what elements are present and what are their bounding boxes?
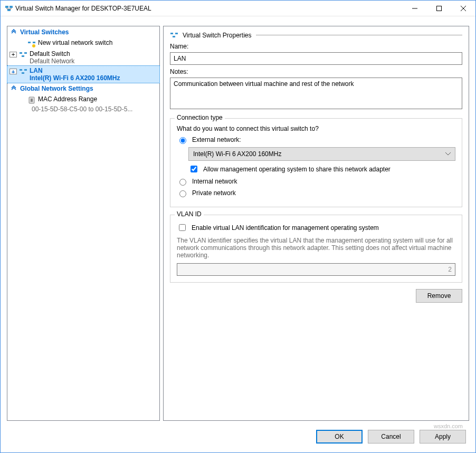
vlan-enable-label: Enable virtual LAN identification for ma… [192,224,379,232]
svg-rect-10 [20,52,22,54]
chevron-down-icon [445,152,451,156]
notes-input[interactable] [170,78,462,109]
sidebar: Virtual Switches New virtual network swi… [7,26,160,421]
virtual-switches-header[interactable]: Virtual Switches [7,26,159,38]
svg-rect-2 [7,9,11,11]
default-switch-label: Default Switch [30,50,74,57]
svg-rect-13 [20,69,22,71]
lan-switch[interactable]: + LAN Intel(R) Wi-Fi 6 AX200 160MHz [7,65,160,83]
notes-label: Notes: [170,68,462,75]
adapter-select[interactable]: Intel(R) Wi-Fi 6 AX200 160MHz [188,147,455,161]
switch-new-icon [27,40,36,48]
allow-share-checkbox[interactable]: Allow management operating system to sha… [188,164,455,174]
external-radio-input[interactable] [179,137,186,144]
svg-rect-0 [5,6,8,8]
svg-rect-20 [173,36,175,37]
svg-rect-15 [22,72,24,74]
mac-address-sub: 00-15-5D-58-C5-00 to 00-15-5D-5... [7,105,145,113]
vlan-group: VLAN ID Enable virtual LAN identificatio… [170,215,462,283]
external-network-radio[interactable]: External network: [177,136,455,144]
internal-label: Internal network [192,178,237,185]
watermark: wsxdn.com [434,423,463,429]
collapse-icon [11,29,17,35]
vlan-enable-checkbox[interactable]: Enable virtual LAN identification for ma… [177,223,455,233]
vlan-enable-input[interactable] [179,224,186,231]
svg-rect-19 [175,33,178,34]
default-switch-sub: Default Network [30,57,74,65]
private-radio-input[interactable] [179,190,186,197]
svg-rect-11 [24,52,27,54]
connection-type-legend: Connection type [175,114,225,121]
apply-button[interactable]: Apply [420,430,466,444]
window-frame: Virtual Switch Manager for DESKTOP-3E7UE… [0,0,476,453]
new-virtual-switch[interactable]: New virtual network switch [7,38,159,49]
allow-share-input[interactable] [191,166,197,172]
connection-type-group: Connection type What do you want to conn… [170,118,462,207]
svg-rect-17 [31,99,33,102]
dialog-footer: OK Cancel Apply [1,427,475,452]
mac-address-range[interactable]: MAC Address Range [7,94,159,105]
allow-share-label: Allow management operating system to sha… [203,166,391,173]
svg-rect-18 [170,33,173,34]
expand-icon[interactable]: + [9,52,17,57]
connection-prompt: What do you want to connect this virtual… [177,125,455,132]
expand-icon[interactable]: + [9,69,17,74]
vlan-description: The VLAN identifier specifies the virtua… [177,237,455,259]
svg-rect-12 [22,55,24,57]
nic-icon [27,96,36,104]
name-input[interactable] [170,52,462,65]
ok-button[interactable]: OK [316,430,363,444]
global-settings-header[interactable]: Global Network Settings [7,83,159,94]
internal-network-radio[interactable]: Internal network [177,177,455,186]
lan-switch-sub: Intel(R) Wi-Fi 6 AX200 160MHz [30,74,120,82]
cancel-button[interactable]: Cancel [368,430,414,444]
close-button[interactable] [451,1,475,16]
virtual-switches-label: Virtual Switches [20,28,69,36]
switch-icon [19,68,27,76]
private-label: Private network [192,189,236,197]
svg-rect-1 [9,6,13,8]
window-title: Virtual Switch Manager for DESKTOP-3E7UE… [13,5,403,12]
external-label: External network: [192,136,241,143]
internal-radio-input[interactable] [179,179,186,186]
lan-switch-label: LAN [30,67,120,74]
titlebar: Virtual Switch Manager for DESKTOP-3E7UE… [1,1,475,16]
maximize-button[interactable] [427,1,451,16]
svg-rect-7 [28,42,31,43]
svg-rect-14 [24,69,27,71]
mac-address-label: MAC Address Range [38,95,97,103]
minimize-button[interactable] [403,1,427,16]
switch-icon [170,31,178,40]
app-icon [5,4,13,13]
properties-header: Virtual Switch Properties [183,32,252,39]
svg-rect-4 [437,6,442,11]
adapter-selected: Intel(R) Wi-Fi 6 AX200 160MHz [193,150,281,158]
vlan-legend: VLAN ID [175,210,204,218]
collapse-icon [11,85,17,92]
private-network-radio[interactable]: Private network [177,189,455,197]
default-switch[interactable]: + Default Switch Default Network [7,49,159,66]
switch-icon [19,51,27,59]
svg-rect-8 [33,42,35,43]
vlan-id-input [177,263,455,276]
svg-point-9 [32,44,35,47]
name-label: Name: [170,43,462,50]
new-virtual-switch-label: New virtual network switch [38,39,112,46]
remove-button[interactable]: Remove [416,289,462,303]
properties-panel: Virtual Switch Properties Name: Notes: C… [163,26,469,421]
global-settings-label: Global Network Settings [20,85,93,92]
